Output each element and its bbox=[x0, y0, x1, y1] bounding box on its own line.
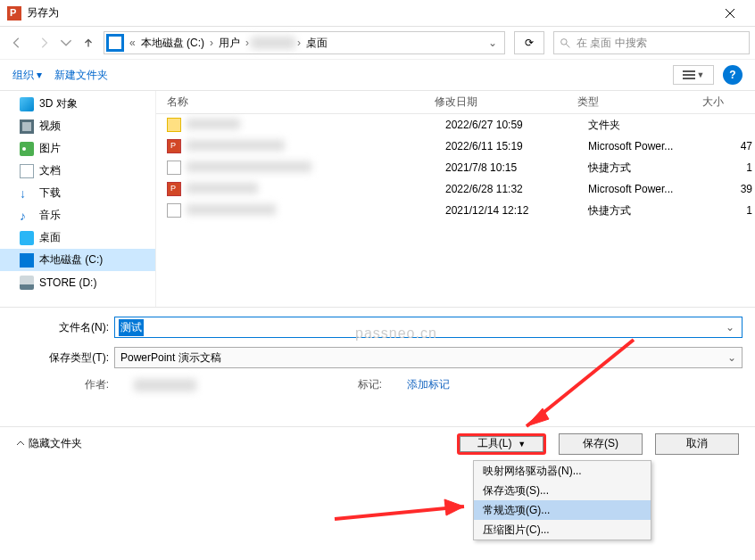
sidebar-item-音乐[interactable]: 音乐 bbox=[0, 204, 155, 226]
author-label: 作者: bbox=[64, 377, 109, 392]
drive-icon bbox=[106, 34, 124, 52]
file-icon bbox=[167, 182, 181, 196]
file-row[interactable]: 2022/6/11 15:19Microsoft Power...47 bbox=[156, 136, 755, 157]
col-size[interactable]: 大小 bbox=[692, 95, 742, 110]
view-button[interactable]: ▼ bbox=[673, 65, 714, 85]
sidebar-item-图片[interactable]: 图片 bbox=[0, 137, 155, 160]
footer: 隐藏文件夹 工具(L) ▼ 保存(S) 取消 bbox=[0, 426, 755, 460]
tools-menu[interactable]: 映射网络驱动器(N)...保存选项(S)...常规选项(G)...压缩图片(C)… bbox=[473, 460, 651, 540]
type-combo[interactable]: PowerPoint 演示文稿 ⌄ bbox=[114, 347, 743, 368]
app-icon bbox=[7, 6, 21, 21]
nav-bar: « 本地磁盘 (C:)› 用户› xxxx› 桌面 ⌄ ⟳ 在 桌面 中搜索 bbox=[0, 27, 755, 59]
sidebar-item-STORE (D:)[interactable]: STORE (D:) bbox=[0, 271, 155, 293]
file-icon bbox=[167, 139, 181, 153]
crumb-user[interactable]: xxxx bbox=[251, 37, 295, 49]
folder-icon bbox=[20, 209, 34, 223]
column-headers[interactable]: 名称 修改日期 类型 大小 bbox=[156, 91, 755, 114]
recent-button[interactable] bbox=[59, 31, 73, 54]
sidebar[interactable]: 3D 对象视频图片文档下载音乐桌面本地磁盘 (C:)STORE (D:) bbox=[0, 91, 156, 307]
folder-icon bbox=[20, 276, 34, 290]
organize-menu[interactable]: 组织 ▾ bbox=[12, 68, 42, 83]
filename-value: 测试 bbox=[119, 319, 144, 336]
search-input[interactable]: 在 桌面 中搜索 bbox=[553, 31, 750, 54]
save-form: passneo.cn 文件名(N): 测试 ⌄ 保存类型(T): PowerPo… bbox=[0, 307, 755, 399]
folder-icon bbox=[20, 119, 34, 134]
crumb-desktop[interactable]: 桌面 bbox=[303, 36, 331, 51]
type-dropdown-icon[interactable]: ⌄ bbox=[727, 351, 736, 364]
folder-icon bbox=[20, 97, 34, 111]
hide-folders-toggle[interactable]: 隐藏文件夹 bbox=[16, 436, 82, 451]
filename-input[interactable]: 测试 ⌄ bbox=[114, 317, 743, 338]
sidebar-item-下载[interactable]: 下载 bbox=[0, 182, 155, 204]
file-row[interactable]: 2021/7/8 10:15快捷方式1 bbox=[156, 157, 755, 178]
tag-label: 标记: bbox=[337, 377, 382, 392]
search-placeholder: 在 桌面 中搜索 bbox=[577, 36, 647, 51]
svg-rect-6 bbox=[683, 78, 695, 79]
file-icon bbox=[167, 203, 181, 218]
type-value: PowerPoint 演示文稿 bbox=[120, 350, 221, 366]
menu-item[interactable]: 常规选项(G)... bbox=[474, 500, 651, 520]
toolbar: 组织 ▾ 新建文件夹 ▼ ? bbox=[0, 59, 755, 91]
forward-button[interactable] bbox=[32, 31, 55, 54]
crumb-users[interactable]: 用户 bbox=[215, 36, 244, 51]
new-folder-button[interactable]: 新建文件夹 bbox=[54, 68, 108, 83]
sidebar-item-文档[interactable]: 文档 bbox=[0, 160, 155, 182]
file-icon bbox=[167, 118, 181, 132]
col-name[interactable]: 名称 bbox=[156, 95, 424, 110]
type-label: 保存类型(T): bbox=[12, 350, 114, 366]
svg-rect-5 bbox=[683, 74, 695, 76]
svg-rect-4 bbox=[683, 70, 695, 72]
sidebar-item-视频[interactable]: 视频 bbox=[0, 115, 155, 137]
svg-marker-8 bbox=[527, 408, 549, 426]
svg-point-2 bbox=[561, 38, 568, 45]
folder-icon bbox=[20, 186, 34, 201]
window-title: 另存为 bbox=[27, 5, 712, 21]
file-row[interactable]: 2022/6/27 10:59文件夹 bbox=[156, 114, 755, 136]
annotation-arrow-2 bbox=[330, 496, 482, 528]
sidebar-item-本地磁盘 (C:)[interactable]: 本地磁盘 (C:) bbox=[0, 249, 155, 271]
up-button[interactable] bbox=[77, 31, 100, 54]
folder-icon bbox=[20, 253, 34, 268]
cancel-button[interactable]: 取消 bbox=[655, 433, 739, 455]
menu-item[interactable]: 保存选项(S)... bbox=[474, 481, 651, 500]
breadcrumb-dropdown-icon[interactable]: ⌄ bbox=[483, 37, 502, 49]
file-list[interactable]: 名称 修改日期 类型 大小 2022/6/27 10:59文件夹 2022/6/… bbox=[156, 91, 755, 307]
filename-dropdown-icon[interactable]: ⌄ bbox=[722, 321, 738, 334]
folder-icon bbox=[20, 142, 34, 156]
close-button[interactable] bbox=[712, 0, 748, 27]
menu-item[interactable]: 映射网络驱动器(N)... bbox=[474, 461, 651, 481]
help-button[interactable]: ? bbox=[723, 65, 743, 85]
file-row[interactable]: 2022/6/28 11:32Microsoft Power...39 bbox=[156, 178, 755, 200]
crumb-c[interactable]: 本地磁盘 (C:) bbox=[137, 36, 208, 51]
back-button[interactable] bbox=[5, 31, 29, 54]
body: 3D 对象视频图片文档下载音乐桌面本地磁盘 (C:)STORE (D:) 名称 … bbox=[0, 91, 755, 307]
sidebar-item-桌面[interactable]: 桌面 bbox=[0, 226, 155, 249]
svg-marker-10 bbox=[444, 499, 464, 515]
save-button[interactable]: 保存(S) bbox=[559, 433, 643, 455]
author-value[interactable] bbox=[134, 379, 196, 391]
svg-line-3 bbox=[566, 44, 569, 47]
tools-button[interactable]: 工具(L) ▼ bbox=[457, 433, 546, 455]
col-date[interactable]: 修改日期 bbox=[424, 95, 567, 110]
add-tag-link[interactable]: 添加标记 bbox=[407, 377, 450, 392]
filename-label: 文件名(N): bbox=[12, 320, 114, 335]
file-row[interactable]: 2021/12/14 12:12快捷方式1 bbox=[156, 200, 755, 221]
svg-line-9 bbox=[335, 506, 464, 519]
refresh-button[interactable]: ⟳ bbox=[514, 31, 544, 54]
sidebar-item-3D 对象[interactable]: 3D 对象 bbox=[0, 93, 155, 115]
title-bar: 另存为 bbox=[0, 0, 755, 27]
breadcrumb[interactable]: « 本地磁盘 (C:)› 用户› xxxx› 桌面 ⌄ bbox=[104, 31, 505, 54]
search-icon bbox=[560, 37, 571, 49]
file-icon bbox=[167, 161, 181, 175]
menu-item[interactable]: 压缩图片(C)... bbox=[474, 520, 651, 539]
folder-icon bbox=[20, 231, 34, 245]
folder-icon bbox=[20, 164, 34, 178]
col-type[interactable]: 类型 bbox=[567, 95, 692, 110]
chevron-icon bbox=[16, 440, 25, 449]
